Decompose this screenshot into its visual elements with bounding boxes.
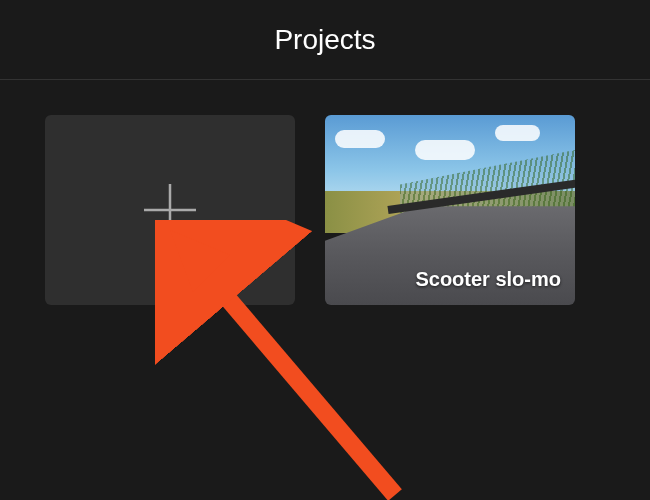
projects-grid: Scooter slo-mo (0, 80, 650, 340)
header: Projects (0, 0, 650, 80)
page-title: Projects (274, 24, 375, 56)
plus-icon (138, 178, 202, 242)
project-label: Scooter slo-mo (415, 268, 561, 291)
project-tile[interactable]: Scooter slo-mo (325, 115, 575, 305)
new-project-tile[interactable] (45, 115, 295, 305)
